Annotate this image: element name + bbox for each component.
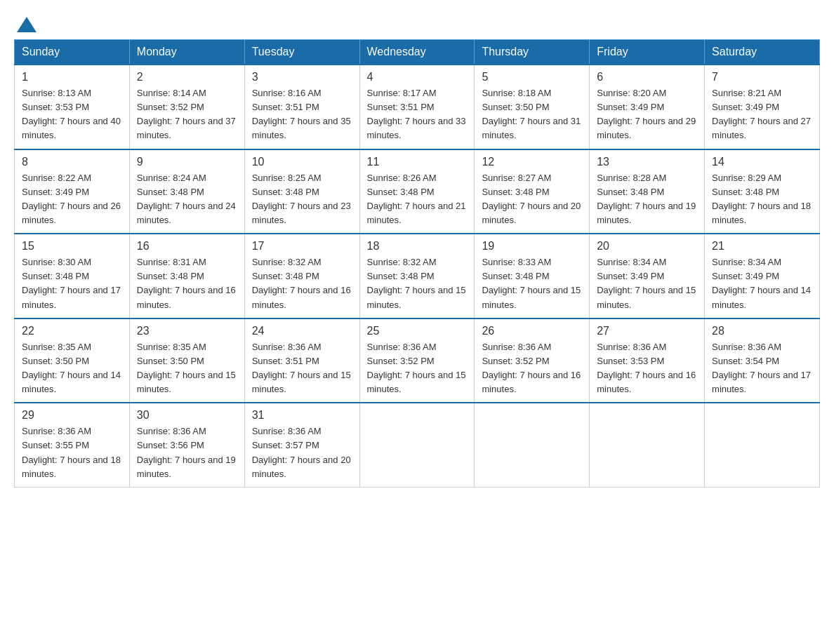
weekday-header-row: SundayMondayTuesdayWednesdayThursdayFrid…: [15, 40, 820, 65]
day-info: Sunrise: 8:36 AMSunset: 3:54 PMDaylight:…: [712, 342, 811, 394]
day-info: Sunrise: 8:34 AMSunset: 3:49 PMDaylight:…: [712, 257, 811, 309]
calendar-day-cell: 10 Sunrise: 8:25 AMSunset: 3:48 PMDaylig…: [244, 149, 359, 234]
day-number: 2: [137, 71, 237, 83]
day-number: 1: [22, 71, 122, 83]
day-info: Sunrise: 8:28 AMSunset: 3:48 PMDaylight:…: [597, 173, 696, 225]
day-info: Sunrise: 8:36 AMSunset: 3:57 PMDaylight:…: [252, 426, 351, 478]
calendar-day-cell: 6 Sunrise: 8:20 AMSunset: 3:49 PMDayligh…: [590, 65, 705, 149]
day-number: 27: [597, 325, 697, 337]
day-number: 19: [482, 240, 582, 253]
day-number: 9: [137, 156, 237, 168]
day-info: Sunrise: 8:33 AMSunset: 3:48 PMDaylight:…: [482, 257, 581, 309]
calendar-day-cell: 18 Sunrise: 8:32 AMSunset: 3:48 PMDaylig…: [359, 234, 475, 318]
calendar-day-cell: 17 Sunrise: 8:32 AMSunset: 3:48 PMDaylig…: [244, 234, 359, 318]
calendar-day-cell: 8 Sunrise: 8:22 AMSunset: 3:49 PMDayligh…: [15, 149, 130, 234]
day-info: Sunrise: 8:18 AMSunset: 3:50 PMDaylight:…: [482, 88, 581, 140]
day-number: 16: [137, 240, 237, 253]
calendar-day-cell: [359, 403, 475, 487]
calendar-day-cell: 13 Sunrise: 8:28 AMSunset: 3:48 PMDaylig…: [590, 149, 705, 234]
calendar-day-cell: 2 Sunrise: 8:14 AMSunset: 3:52 PMDayligh…: [129, 65, 244, 149]
day-info: Sunrise: 8:36 AMSunset: 3:56 PMDaylight:…: [137, 426, 236, 478]
day-number: 13: [597, 156, 697, 168]
day-number: 6: [597, 71, 697, 83]
day-number: 22: [22, 325, 122, 337]
day-number: 4: [367, 71, 468, 83]
day-info: Sunrise: 8:29 AMSunset: 3:48 PMDaylight:…: [712, 173, 811, 225]
day-number: 26: [482, 325, 582, 337]
day-info: Sunrise: 8:25 AMSunset: 3:48 PMDaylight:…: [252, 173, 351, 225]
calendar-day-cell: 5 Sunrise: 8:18 AMSunset: 3:50 PMDayligh…: [475, 65, 590, 149]
calendar-week-row: 8 Sunrise: 8:22 AMSunset: 3:49 PMDayligh…: [15, 149, 820, 234]
calendar-day-cell: 21 Sunrise: 8:34 AMSunset: 3:49 PMDaylig…: [705, 234, 820, 318]
day-number: 18: [367, 240, 468, 253]
day-info: Sunrise: 8:36 AMSunset: 3:52 PMDaylight:…: [367, 342, 466, 394]
day-number: 17: [252, 240, 352, 253]
weekday-header-monday: Monday: [129, 40, 244, 65]
calendar-day-cell: 3 Sunrise: 8:16 AMSunset: 3:51 PMDayligh…: [244, 65, 359, 149]
calendar-day-cell: 15 Sunrise: 8:30 AMSunset: 3:48 PMDaylig…: [15, 234, 130, 318]
calendar-day-cell: [475, 403, 590, 487]
day-number: 20: [597, 240, 697, 253]
day-info: Sunrise: 8:32 AMSunset: 3:48 PMDaylight:…: [252, 257, 351, 309]
calendar-day-cell: 28 Sunrise: 8:36 AMSunset: 3:54 PMDaylig…: [705, 318, 820, 403]
logo: [14, 14, 37, 32]
day-info: Sunrise: 8:31 AMSunset: 3:48 PMDaylight:…: [137, 257, 236, 309]
day-info: Sunrise: 8:34 AMSunset: 3:49 PMDaylight:…: [597, 257, 696, 309]
calendar-day-cell: 4 Sunrise: 8:17 AMSunset: 3:51 PMDayligh…: [359, 65, 475, 149]
day-number: 14: [712, 156, 812, 168]
logo-triangle-icon: [17, 17, 37, 32]
calendar-day-cell: 7 Sunrise: 8:21 AMSunset: 3:49 PMDayligh…: [705, 65, 820, 149]
day-info: Sunrise: 8:32 AMSunset: 3:48 PMDaylight:…: [367, 257, 466, 309]
day-info: Sunrise: 8:17 AMSunset: 3:51 PMDaylight:…: [367, 88, 466, 140]
calendar-day-cell: 11 Sunrise: 8:26 AMSunset: 3:48 PMDaylig…: [359, 149, 475, 234]
day-info: Sunrise: 8:20 AMSunset: 3:49 PMDaylight:…: [597, 88, 696, 140]
calendar-day-cell: [590, 403, 705, 487]
calendar-day-cell: 16 Sunrise: 8:31 AMSunset: 3:48 PMDaylig…: [129, 234, 244, 318]
weekday-header-tuesday: Tuesday: [244, 40, 359, 65]
calendar-day-cell: 30 Sunrise: 8:36 AMSunset: 3:56 PMDaylig…: [129, 403, 244, 487]
day-number: 12: [482, 156, 582, 168]
calendar-week-row: 22 Sunrise: 8:35 AMSunset: 3:50 PMDaylig…: [15, 318, 820, 403]
day-number: 11: [367, 156, 468, 168]
day-number: 30: [137, 409, 237, 422]
day-number: 5: [482, 71, 582, 83]
day-number: 24: [252, 325, 352, 337]
calendar-day-cell: 14 Sunrise: 8:29 AMSunset: 3:48 PMDaylig…: [705, 149, 820, 234]
calendar-day-cell: 12 Sunrise: 8:27 AMSunset: 3:48 PMDaylig…: [475, 149, 590, 234]
day-info: Sunrise: 8:30 AMSunset: 3:48 PMDaylight:…: [22, 257, 121, 309]
day-number: 31: [252, 409, 352, 422]
calendar-day-cell: 29 Sunrise: 8:36 AMSunset: 3:55 PMDaylig…: [15, 403, 130, 487]
weekday-header-saturday: Saturday: [705, 40, 820, 65]
day-number: 7: [712, 71, 812, 83]
day-info: Sunrise: 8:24 AMSunset: 3:48 PMDaylight:…: [137, 173, 236, 225]
day-info: Sunrise: 8:36 AMSunset: 3:51 PMDaylight:…: [252, 342, 351, 394]
calendar-day-cell: 1 Sunrise: 8:13 AMSunset: 3:53 PMDayligh…: [15, 65, 130, 149]
day-info: Sunrise: 8:36 AMSunset: 3:55 PMDaylight:…: [22, 426, 121, 478]
day-info: Sunrise: 8:36 AMSunset: 3:53 PMDaylight:…: [597, 342, 696, 394]
day-info: Sunrise: 8:13 AMSunset: 3:53 PMDaylight:…: [22, 88, 121, 140]
calendar-day-cell: 19 Sunrise: 8:33 AMSunset: 3:48 PMDaylig…: [475, 234, 590, 318]
day-info: Sunrise: 8:26 AMSunset: 3:48 PMDaylight:…: [367, 173, 466, 225]
weekday-header-wednesday: Wednesday: [359, 40, 475, 65]
calendar-day-cell: 25 Sunrise: 8:36 AMSunset: 3:52 PMDaylig…: [359, 318, 475, 403]
day-info: Sunrise: 8:21 AMSunset: 3:49 PMDaylight:…: [712, 88, 811, 140]
day-number: 25: [367, 325, 468, 337]
day-number: 28: [712, 325, 812, 337]
day-number: 10: [252, 156, 352, 168]
day-info: Sunrise: 8:14 AMSunset: 3:52 PMDaylight:…: [137, 88, 236, 140]
calendar-day-cell: 20 Sunrise: 8:34 AMSunset: 3:49 PMDaylig…: [590, 234, 705, 318]
day-number: 15: [22, 240, 122, 253]
day-info: Sunrise: 8:27 AMSunset: 3:48 PMDaylight:…: [482, 173, 581, 225]
day-info: Sunrise: 8:35 AMSunset: 3:50 PMDaylight:…: [137, 342, 236, 394]
weekday-header-friday: Friday: [590, 40, 705, 65]
calendar-day-cell: 23 Sunrise: 8:35 AMSunset: 3:50 PMDaylig…: [129, 318, 244, 403]
calendar-day-cell: 9 Sunrise: 8:24 AMSunset: 3:48 PMDayligh…: [129, 149, 244, 234]
calendar-day-cell: 31 Sunrise: 8:36 AMSunset: 3:57 PMDaylig…: [244, 403, 359, 487]
calendar-week-row: 15 Sunrise: 8:30 AMSunset: 3:48 PMDaylig…: [15, 234, 820, 318]
calendar-day-cell: [705, 403, 820, 487]
calendar-day-cell: 22 Sunrise: 8:35 AMSunset: 3:50 PMDaylig…: [15, 318, 130, 403]
page-header: [14, 14, 820, 32]
weekday-header-sunday: Sunday: [15, 40, 130, 65]
calendar-day-cell: 27 Sunrise: 8:36 AMSunset: 3:53 PMDaylig…: [590, 318, 705, 403]
day-info: Sunrise: 8:22 AMSunset: 3:49 PMDaylight:…: [22, 173, 121, 225]
